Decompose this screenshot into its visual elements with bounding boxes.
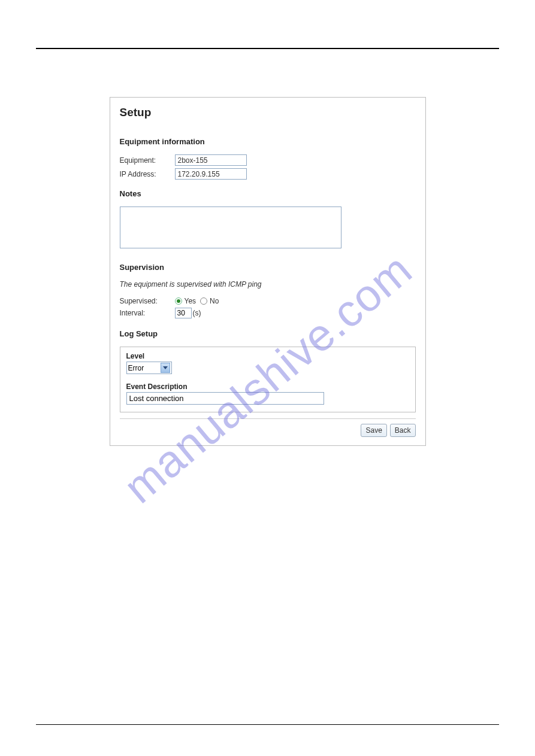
equipment-input[interactable] [175,154,247,166]
equipment-info-heading: Equipment information [120,137,416,146]
event-description-input[interactable] [126,392,324,405]
supervised-row: Supervised: Yes No [120,297,416,305]
event-label: Event Description [126,382,409,391]
page-bottom-rule [36,724,499,725]
ip-label: IP Address: [120,170,175,178]
supervised-label: Supervised: [120,297,175,305]
notes-heading: Notes [120,189,416,198]
interval-row: Interval: (s) [120,308,416,318]
save-button[interactable]: Save [361,424,386,437]
radio-no[interactable] [200,297,207,305]
interval-input[interactable] [175,308,192,318]
chevron-down-icon [161,363,170,373]
equipment-label: Equipment: [120,156,175,165]
log-heading: Log Setup [120,329,416,338]
button-row: Save Back [120,424,416,437]
radio-no-label: No [210,297,219,305]
back-button[interactable]: Back [390,424,416,437]
ip-input[interactable] [175,168,247,180]
equipment-row: Equipment: [120,154,416,166]
panel-divider [120,418,416,419]
supervision-heading: Supervision [120,263,416,272]
level-select[interactable]: Error [126,362,172,374]
level-label: Level [126,352,409,360]
ip-row: IP Address: [120,168,416,180]
radio-yes[interactable] [175,297,182,305]
log-box: Level Error Event Description [120,347,416,412]
notes-textarea[interactable] [120,207,341,248]
panel-title: Setup [120,106,416,119]
radio-yes-label: Yes [185,297,197,305]
level-select-value: Error [128,364,144,372]
interval-label: Interval: [120,309,175,317]
supervision-message: The equipment is supervised with ICMP pi… [120,280,416,289]
interval-unit: (s) [193,309,201,317]
page-top-rule [36,48,499,49]
setup-panel: Setup Equipment information Equipment: I… [110,97,426,446]
